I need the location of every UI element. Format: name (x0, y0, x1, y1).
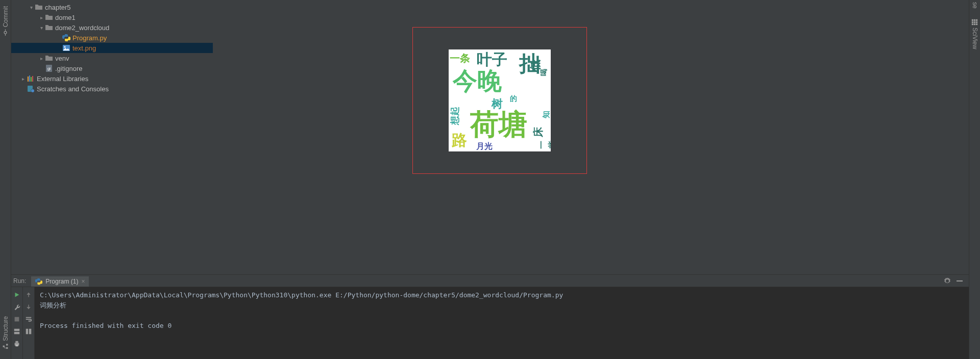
svg-rect-20 (14, 332, 20, 334)
tree-node-dome2-wordcloud[interactable]: ▾ dome2_wordcloud (11, 22, 213, 33)
tree-label: dome2_wordcloud (55, 24, 109, 32)
project-tree[interactable]: ▾ chapter5 ▸ dome1 ▾ dome2_wordcloud (11, 0, 213, 274)
sciview-toolwindow-tab[interactable]: SciView (970, 14, 979, 54)
wordcloud-word: 想起 (449, 107, 461, 125)
structure-icon (2, 343, 9, 350)
commit-icon (2, 29, 9, 36)
svg-rect-24 (26, 329, 28, 335)
run-header-tools (943, 277, 967, 285)
main-column: ▾ chapter5 ▸ dome1 ▾ dome2_wordcloud (11, 0, 969, 359)
tree-node-scratches[interactable]: ▸ Scratches and Consoles (11, 84, 213, 94)
tree-label: text.png (72, 44, 96, 52)
folder-icon (45, 13, 53, 21)
run-config-tab[interactable]: Program (1) × (31, 275, 89, 287)
tree-node-text-png[interactable]: ▸ text.png (11, 43, 213, 53)
wordcloud-word: 喝 (540, 69, 549, 76)
commit-toolwindow-tab[interactable]: Commit (1, 0, 10, 42)
svg-rect-5 (3, 346, 5, 347)
tree-node-chapter5[interactable]: ▾ chapter5 (11, 2, 213, 12)
wrench-button[interactable] (12, 302, 21, 312)
tree-label: Program.py (72, 34, 107, 42)
tree-node-gitignore[interactable]: ▸ gi .gitignore (11, 63, 213, 73)
down-arrow-button[interactable] (24, 302, 33, 312)
svg-rect-32 (972, 23, 973, 25)
tree-label: External Libraries (37, 75, 88, 83)
folder-icon (45, 23, 53, 32)
python-run-icon (35, 278, 42, 285)
right-tool-gutter: se SciView (969, 0, 980, 359)
chevron-right-icon: ▸ (19, 76, 27, 82)
tree-node-venv[interactable]: ▸ venv (11, 53, 213, 63)
rerun-button[interactable] (12, 290, 21, 299)
tree-node-dome1[interactable]: ▸ dome1 (11, 12, 213, 22)
scroll-to-end-button[interactable] (24, 327, 33, 336)
scratches-icon (27, 85, 35, 93)
svg-rect-13 (32, 76, 33, 82)
sciview-label: SciView (971, 28, 978, 49)
svg-rect-25 (29, 329, 31, 335)
svg-rect-34 (976, 23, 977, 25)
image-preview-frame[interactable]: 今晚荷塘叶子一条树路月光想起知道这是一些拙低床的喝 (412, 27, 587, 174)
svg-rect-26 (972, 19, 973, 21)
folder-icon (35, 3, 43, 11)
database-toolwindow-tab[interactable]: se (970, 0, 979, 14)
svg-point-16 (31, 89, 34, 92)
svg-rect-19 (14, 329, 20, 331)
wordcloud-word: 床 (531, 127, 545, 137)
tree-node-external-libraries[interactable]: ▸ External Libraries (11, 73, 213, 84)
wordcloud-word: 知道这是 (542, 109, 551, 118)
wordcloud-word: 路 (452, 130, 467, 151)
run-body: C:\Users\Administrator\AppData\Local\Pro… (11, 287, 969, 359)
editor-area: 今晚荷塘叶子一条树路月光想起知道这是一些拙低床的喝 (213, 0, 969, 274)
svg-text:gi: gi (47, 66, 51, 71)
structure-toolwindow-tab[interactable]: Structure (1, 310, 10, 356)
svg-rect-28 (976, 19, 977, 21)
run-title: Run: (13, 277, 26, 285)
wordcloud-word: 的 (510, 94, 517, 104)
upper-split: ▾ chapter5 ▸ dome1 ▾ dome2_wordcloud (11, 0, 969, 274)
image-file-icon (62, 44, 70, 52)
tree-label: dome1 (55, 14, 76, 21)
tree-label: Scratches and Consoles (37, 85, 109, 93)
svg-rect-31 (976, 21, 977, 23)
left-tool-gutter: Commit Structure (0, 0, 11, 359)
project-tool-window: ▾ chapter5 ▸ dome1 ▾ dome2_wordcloud (11, 0, 213, 274)
wordcloud-word: 一条 (450, 52, 470, 65)
chevron-down-icon: ▾ (38, 25, 45, 31)
svg-rect-18 (15, 317, 19, 322)
sciview-icon (971, 19, 978, 25)
svg-rect-17 (957, 280, 963, 281)
tree-node-program-py[interactable]: ▸ Program.py (11, 33, 213, 43)
svg-rect-29 (972, 21, 973, 23)
svg-point-0 (4, 31, 7, 34)
gitignore-file-icon: gi (45, 64, 53, 72)
svg-rect-22 (15, 341, 18, 343)
soft-wrap-button[interactable] (24, 315, 33, 324)
up-arrow-button[interactable] (24, 290, 33, 299)
svg-rect-11 (29, 75, 30, 82)
wordcloud-image: 今晚荷塘叶子一条树路月光想起知道这是一些拙低床的喝 (449, 49, 551, 151)
stop-button[interactable] (12, 315, 21, 324)
chevron-down-icon: ▾ (28, 5, 35, 10)
svg-rect-33 (974, 23, 975, 25)
database-label: se (971, 2, 978, 9)
layout-button[interactable] (12, 327, 21, 336)
run-header: Run: Program (1) × (11, 275, 969, 287)
svg-rect-4 (6, 344, 8, 346)
tree-label: .gitignore (55, 65, 82, 72)
console-output[interactable]: C:\Users\Administrator\AppData\Local\Pro… (35, 287, 969, 359)
close-icon[interactable]: × (81, 278, 85, 285)
tree-label: venv (55, 55, 69, 62)
svg-rect-10 (28, 76, 29, 82)
svg-rect-30 (974, 21, 975, 23)
run-action-gutter-1 (11, 287, 23, 359)
minimize-icon[interactable] (955, 277, 964, 285)
folder-icon (45, 54, 53, 62)
print-button[interactable] (12, 339, 21, 348)
svg-point-7 (64, 46, 66, 48)
wordcloud-word: 树 (492, 96, 503, 112)
chevron-right-icon: ▸ (38, 15, 45, 20)
wordcloud-word: 叶子 (477, 49, 507, 70)
gear-icon[interactable] (943, 277, 951, 285)
tree-label: chapter5 (45, 4, 71, 11)
